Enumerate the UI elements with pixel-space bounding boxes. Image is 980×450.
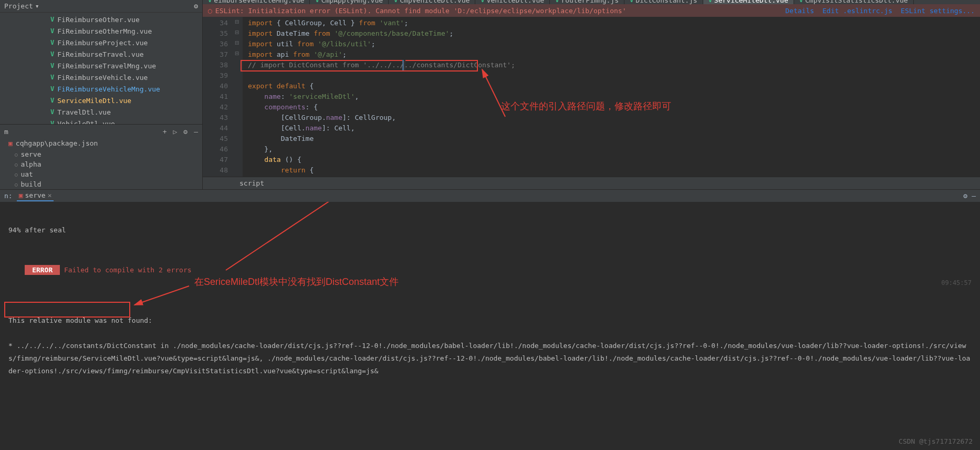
code-line[interactable]: [Cell.name]: Cell, [248, 123, 980, 134]
editor-tab[interactable]: VCmpVisitStatisticsDtl.vue [794, 0, 914, 4]
error-message: Failed to compile with 2 errors [60, 266, 191, 274]
file-name: FiReimburseOtherMng.vue [57, 27, 152, 35]
breadcrumb[interactable]: script [203, 177, 980, 189]
package-json-icon [8, 139, 13, 147]
project-header: Project ▾ [0, 0, 202, 13]
vue-file-icon: V [50, 27, 54, 35]
editor-tab[interactable]: VVehicleDtl.vue [475, 0, 550, 4]
tab-file-icon: V [208, 0, 212, 4]
editor-area: VeimburseVehicleMng.vueVCmpApplyMng.vueV… [203, 0, 980, 189]
editor-tab[interactable]: VrouterFimng.js [550, 0, 624, 4]
code-line[interactable]: data () { [248, 155, 980, 165]
error-badge: ERROR [25, 265, 60, 275]
file-name: VehicleDtl.vue [57, 120, 115, 125]
code-line[interactable]: name: 'serviceMileDtl', [248, 91, 980, 102]
code-line[interactable] [248, 70, 980, 81]
npm-run-icon[interactable] [173, 128, 178, 136]
terminal-hide-icon[interactable] [972, 192, 976, 200]
vue-file-icon: V [50, 62, 54, 69]
sidebar: Project ▾ VFiReimburseOther.vueVFiReimbu… [0, 0, 203, 189]
eslint-details-link[interactable]: Details [785, 7, 814, 15]
file-tree-item[interactable]: VFiReimburseProject.vue [0, 37, 202, 48]
code-line[interactable]: return { [248, 165, 980, 176]
npm-add-icon[interactable]: + [163, 128, 167, 136]
vue-file-icon: V [50, 39, 54, 46]
file-tree-item[interactable]: VFiReimburseTravelMng.vue [0, 60, 202, 71]
tab-file-icon: V [481, 0, 484, 4]
code-line[interactable]: import DateTime from '@/components/base/… [248, 28, 980, 39]
npm-panel: m + cqhgapp\package.json servealphauatbu… [0, 124, 202, 189]
npm-gear-icon[interactable] [183, 128, 187, 136]
code-line[interactable]: [CellGroup.name]: CellGroup, [248, 112, 980, 123]
project-title: Project [4, 2, 33, 10]
tab-label: DictConstant.js [635, 0, 697, 4]
tab-file-icon: V [555, 0, 559, 4]
file-tree-item[interactable]: VFiReimburseVehicleMng.vue [0, 83, 202, 95]
code-line[interactable]: import { CellGroup, Cell } from 'vant'; [248, 18, 980, 28]
terminal-tabs-prefix: n: [4, 192, 13, 200]
file-tree-item[interactable]: VFiReimburseTravel.vue [0, 48, 202, 60]
file-tree-item[interactable]: VTravelDtl.vue [0, 106, 202, 118]
terminal-tab-label: serve [25, 191, 45, 199]
file-tree-item[interactable]: VServiceMileDtl.vue [0, 95, 202, 106]
tab-label: ServiceMileDtl.vue [714, 0, 788, 4]
code-line[interactable]: conBean: { CALCU_MONTH: '' }, [248, 176, 980, 177]
npm-hide-icon[interactable] [194, 128, 198, 136]
code-body[interactable]: 这个文件的引入路径问题，修改路径即可 import { CellGroup, C… [243, 17, 980, 177]
vue-file-icon: V [50, 74, 54, 81]
tab-file-icon: V [708, 0, 712, 4]
npm-run-icon-small [19, 191, 23, 199]
terminal-error-line: ERROR Failed to compile with 2 errors 09… [8, 251, 972, 302]
terminal-tab-serve[interactable]: serve × [17, 190, 54, 201]
eslint-error-text: ESLint: Initialization error (ESLint). C… [215, 7, 627, 15]
editor-tab[interactable]: VCmpVehicleDtl.vue [389, 0, 475, 4]
watermark: CSDN @tjs717172672 [899, 435, 973, 448]
editor-tab[interactable]: VCmpApplyMng.vue [310, 0, 389, 4]
eslint-error-bar: ◯ ESLint: Initialization error (ESLint).… [203, 4, 980, 17]
code-line[interactable]: components: { [248, 102, 980, 112]
npm-package-file[interactable]: cqhgapp\package.json [0, 138, 202, 149]
code-line[interactable]: DateTime [248, 134, 980, 144]
code-line[interactable]: // import DictConstant from '../../../..… [248, 60, 980, 70]
vue-file-icon: V [50, 108, 54, 116]
error-line-marker [402, 60, 405, 70]
npm-script-item[interactable]: build [0, 179, 202, 189]
code-line[interactable]: import api from '@/api'; [248, 49, 980, 60]
npm-script-item[interactable]: uat [0, 169, 202, 179]
file-tree-item[interactable]: VFiReimburseOtherMng.vue [0, 25, 202, 37]
close-icon[interactable]: × [48, 191, 52, 199]
tab-label: CmpVisitStatisticsDtl.vue [805, 0, 908, 4]
file-tree-item[interactable]: VFiReimburseOther.vue [0, 14, 202, 25]
breadcrumb-item[interactable]: script [239, 179, 264, 187]
editor-tab[interactable]: VDictConstant.js [624, 0, 703, 4]
file-name: ServiceMileDtl.vue [57, 97, 131, 105]
line-gutter: 34353637383940414243444546474849 [203, 17, 232, 177]
vue-file-icon: V [50, 16, 54, 23]
file-name: FiReimburseOther.vue [57, 16, 140, 24]
code-area[interactable]: 34353637383940414243444546474849 ⊟⊟⊟⊟ 这个… [203, 17, 980, 177]
npm-script-item[interactable]: alpha [0, 159, 202, 169]
editor-tab[interactable]: VeimburseVehicleMng.vue [203, 0, 310, 4]
terminal-path-line: * ../../../../constants/DictConstant in … [8, 340, 972, 377]
editor-tabs: VeimburseVehicleMng.vueVCmpApplyMng.vueV… [203, 0, 980, 4]
code-line[interactable]: }, [248, 144, 980, 155]
vue-file-icon: V [50, 50, 54, 58]
code-line[interactable]: export default { [248, 81, 980, 91]
terminal-gear-icon[interactable] [963, 192, 967, 200]
file-tree-item[interactable]: VFiReimburseVehicle.vue [0, 71, 202, 83]
eslint-edit-link[interactable]: Edit .eslintrc.js [822, 7, 892, 15]
terminal-output[interactable]: 94% after seal ERROR Failed to compile w… [0, 202, 980, 450]
npm-header-label: m [4, 128, 8, 136]
tab-label: VehicleDtl.vue [487, 0, 545, 4]
file-name: TravelDtl.vue [57, 108, 111, 116]
file-tree-item[interactable]: VVehicleDtl.vue [0, 118, 202, 124]
eslint-settings-link[interactable]: ESLint settings... [901, 7, 975, 15]
code-line[interactable]: import util from '@/libs/util'; [248, 39, 980, 49]
editor-tab[interactable]: VServiceMileDtl.vue [703, 0, 794, 4]
file-name: FiReimburseTravelMng.vue [57, 62, 156, 70]
tab-file-icon: V [315, 0, 319, 4]
gear-icon[interactable] [194, 2, 198, 10]
fold-gutter[interactable]: ⊟⊟⊟⊟ [232, 17, 243, 177]
tab-file-icon: V [799, 0, 803, 4]
npm-script-item[interactable]: serve [0, 149, 202, 159]
